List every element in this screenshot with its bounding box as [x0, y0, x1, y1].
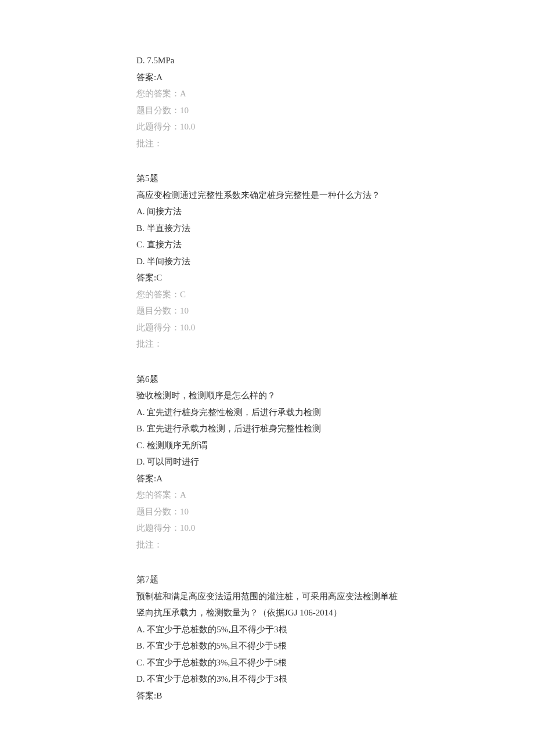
question-6: 第6题 验收检测时，检测顺序是怎么样的？ A. 宜先进行桩身完整性检测，后进行承… — [136, 371, 398, 553]
score-total-line: 题目分数：10 — [136, 303, 398, 319]
remark-line: 批注： — [136, 336, 398, 352]
answer-line: 答案:A — [136, 470, 398, 487]
question-header: 第7题 — [136, 571, 398, 588]
option-text: B. 宜先进行承载力检测，后进行桩身完整性检测 — [136, 420, 398, 437]
option-text: B. 不宜少于总桩数的5%,且不得少于5根 — [136, 638, 398, 654]
question-stem: 高应变检测通过完整性系数来确定桩身完整性是一种什么方法？ — [136, 187, 398, 204]
score-total-line: 题目分数：10 — [136, 102, 398, 119]
score-got-line: 此题得分：10.0 — [136, 319, 398, 336]
document-page: D. 7.5MPa 答案:A 您的答案：A 题目分数：10 此题得分：10.0 … — [0, 0, 534, 756]
question-5: 第5题 高应变检测通过完整性系数来确定桩身完整性是一种什么方法？ A. 间接方法… — [136, 170, 398, 352]
question-header: 第6题 — [136, 371, 398, 388]
answer-line: 答案:A — [136, 69, 398, 86]
your-answer-line: 您的答案：C — [136, 286, 398, 303]
score-got-line: 此题得分：10.0 — [136, 118, 398, 135]
option-text: A. 间接方法 — [136, 203, 398, 220]
option-text: D. 7.5MPa — [136, 52, 398, 69]
option-text: C. 不宜少于总桩数的3%,且不得少于5根 — [136, 654, 398, 671]
option-text: D. 半间接方法 — [136, 253, 398, 270]
remark-line: 批注： — [136, 135, 398, 152]
option-text: A. 宜先进行桩身完整性检测，后进行承载力检测 — [136, 404, 398, 421]
answer-line: 答案:B — [136, 687, 398, 704]
option-text: D. 不宜少于总桩数的3%,且不得少于3根 — [136, 671, 398, 687]
score-total-line: 题目分数：10 — [136, 503, 398, 520]
your-answer-line: 您的答案：A — [136, 85, 398, 102]
option-text: D. 可以同时进行 — [136, 453, 398, 470]
question-header: 第5题 — [136, 170, 398, 187]
question-stem: 预制桩和满足高应变法适用范围的灌注桩，可采用高应变法检测单桩竖向抗压承载力，检测… — [136, 588, 398, 621]
your-answer-line: 您的答案：A — [136, 487, 398, 503]
option-text: B. 半直接方法 — [136, 220, 398, 237]
option-text: C. 直接方法 — [136, 236, 398, 253]
question-stem: 验收检测时，检测顺序是怎么样的？ — [136, 387, 398, 404]
question-4-partial: D. 7.5MPa 答案:A 您的答案：A 题目分数：10 此题得分：10.0 … — [136, 52, 398, 152]
answer-line: 答案:C — [136, 269, 398, 286]
score-got-line: 此题得分：10.0 — [136, 520, 398, 537]
remark-line: 批注： — [136, 537, 398, 553]
option-text: C. 检测顺序无所谓 — [136, 437, 398, 454]
option-text: A. 不宜少于总桩数的5%,且不得少于3根 — [136, 621, 398, 638]
question-7: 第7题 预制桩和满足高应变法适用范围的灌注桩，可采用高应变法检测单桩竖向抗压承载… — [136, 571, 398, 704]
